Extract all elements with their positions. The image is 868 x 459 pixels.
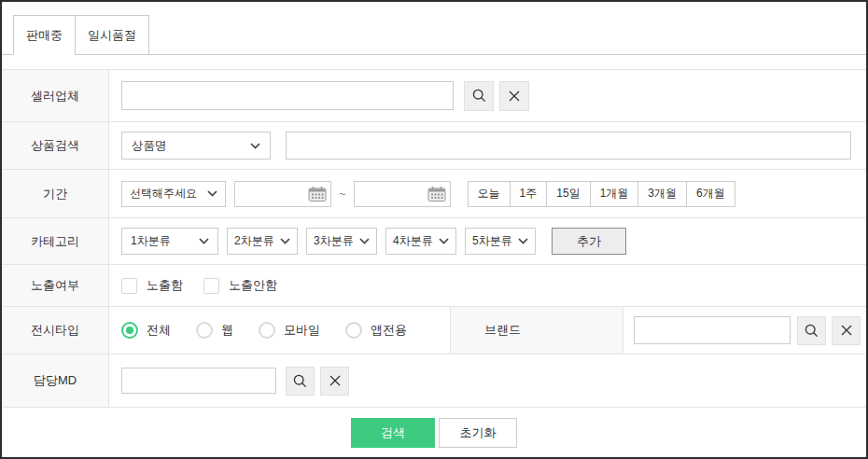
period-preset-select-value: 선택해주세요 — [130, 186, 197, 202]
display-type-web-label: 웹 — [221, 322, 233, 339]
category-level-1-value: 1차분류 — [131, 233, 171, 249]
display-type-web-radio[interactable] — [196, 322, 213, 339]
product-type-select[interactable]: 상품명 — [121, 132, 271, 160]
category-level-1-select[interactable]: 1차분류 — [121, 228, 218, 255]
product-row-label: 상품검색 — [2, 122, 109, 169]
md-row-label: 담당MD — [2, 355, 109, 407]
brand-clear-button[interactable] — [832, 316, 861, 345]
product-type-select-value: 상품명 — [132, 138, 167, 154]
display-type-all-radio[interactable] — [121, 322, 138, 339]
chevron-down-icon — [280, 238, 290, 244]
display-type-all-option[interactable]: 전체 — [121, 322, 171, 339]
form-row-md: 담당MD — [2, 355, 866, 408]
brand-search-button[interactable] — [797, 316, 826, 345]
close-icon — [840, 324, 853, 337]
search-icon — [804, 323, 819, 339]
quick-period-15days-button[interactable]: 15일 — [546, 181, 590, 207]
md-search-button[interactable] — [286, 367, 315, 396]
calendar-icon[interactable] — [308, 186, 327, 202]
md-clear-button[interactable] — [320, 367, 349, 396]
exposure-visible-label: 노출함 — [147, 277, 183, 294]
chevron-down-icon — [359, 238, 370, 244]
product-keyword-input[interactable] — [286, 132, 851, 160]
form-row-seller: 셀러업체 — [2, 70, 866, 122]
period-end-input[interactable] — [360, 188, 427, 201]
search-icon — [292, 373, 308, 389]
quick-period-today-button[interactable]: 오늘 — [468, 181, 511, 207]
form-row-exposure: 노출여부 노출함 노출안함 — [2, 265, 866, 307]
seller-search-button[interactable] — [464, 81, 494, 111]
display-type-mobile-label: 모바일 — [284, 322, 320, 339]
period-preset-select[interactable]: 선택해주세요 — [121, 181, 226, 207]
display-type-row-label: 전시타입 — [2, 307, 109, 354]
display-type-mobile-radio[interactable] — [259, 322, 275, 339]
quick-period-1month-button[interactable]: 1개월 — [590, 181, 639, 207]
md-input[interactable] — [121, 368, 276, 394]
tab-on-sale[interactable]: 판매중 — [13, 15, 76, 55]
brand-label: 브랜드 — [484, 322, 521, 339]
display-type-app-option[interactable]: 앱전용 — [345, 322, 407, 339]
display-type-app-radio[interactable] — [345, 322, 362, 339]
category-row-label: 카테고리 — [2, 218, 109, 264]
action-bar: 검색 초기화 — [2, 408, 866, 458]
exposure-visible-checkbox[interactable] — [121, 278, 137, 294]
close-icon — [329, 374, 342, 387]
chevron-down-icon — [518, 238, 528, 244]
exposure-hidden-checkbox[interactable] — [203, 278, 219, 294]
brand-label-cell: 브랜드 — [450, 307, 623, 354]
display-type-radio-group: 전체 웹 모바일 앱전용 — [109, 322, 450, 339]
form-row-product: 상품검색 상품명 — [2, 122, 866, 170]
period-start-input[interactable] — [241, 188, 308, 201]
exposure-row-label: 노출여부 — [2, 265, 109, 306]
search-filter-panel: 판매중 일시품절 셀러업체 — [0, 0, 868, 459]
category-add-button[interactable]: 추가 — [552, 228, 626, 255]
category-level-3-value: 3차분류 — [314, 233, 354, 249]
form-row-period: 기간 선택해주세요 ~ — [2, 170, 866, 218]
exposure-hidden-label: 노출안함 — [229, 277, 277, 294]
period-end-field — [354, 181, 451, 207]
calendar-icon[interactable] — [427, 186, 446, 202]
quick-period-3months-button[interactable]: 3개월 — [637, 181, 687, 207]
form-row-display-type: 전시타입 전체 웹 모바일 — [2, 307, 866, 355]
category-level-5-value: 5차분류 — [472, 233, 512, 249]
quick-period-group: 오늘 1주 15일 1개월 3개월 6개월 — [468, 181, 735, 207]
form-row-category: 카테고리 1차분류 2차분류 3차분류 4차분류 — [2, 218, 866, 265]
tab-sold-out-label: 일시품절 — [88, 27, 136, 44]
chevron-down-icon — [207, 190, 217, 197]
display-type-app-label: 앱전용 — [371, 322, 407, 339]
seller-row-label: 셀러업체 — [2, 70, 109, 121]
quick-period-1week-button[interactable]: 1주 — [510, 181, 548, 207]
tab-bar: 판매중 일시품절 — [2, 2, 866, 55]
category-level-2-value: 2차분류 — [234, 233, 274, 249]
quick-period-6months-button[interactable]: 6개월 — [686, 181, 735, 207]
tab-on-sale-label: 판매중 — [26, 27, 63, 44]
seller-clear-button[interactable] — [499, 81, 529, 111]
tab-sold-out[interactable]: 일시품절 — [75, 15, 149, 55]
display-type-web-option[interactable]: 웹 — [196, 322, 233, 339]
category-level-3-select[interactable]: 3차분류 — [306, 228, 377, 255]
search-button[interactable]: 검색 — [351, 418, 435, 448]
brand-input[interactable] — [634, 316, 791, 344]
close-icon — [508, 90, 521, 103]
display-type-all-label: 전체 — [147, 322, 171, 339]
period-start-field — [234, 181, 331, 207]
category-level-4-select[interactable]: 4차분류 — [385, 228, 456, 255]
chevron-down-icon — [439, 238, 449, 244]
chevron-down-icon — [250, 143, 260, 149]
category-level-5-select[interactable]: 5차분류 — [465, 228, 536, 255]
category-level-4-value: 4차분류 — [393, 233, 433, 249]
chevron-down-icon — [199, 238, 209, 244]
seller-input[interactable] — [121, 81, 454, 110]
search-icon — [471, 88, 487, 104]
period-row-label: 기간 — [2, 170, 109, 217]
reset-button[interactable]: 초기화 — [439, 418, 517, 448]
display-type-mobile-option[interactable]: 모바일 — [259, 322, 320, 339]
date-range-separator: ~ — [339, 187, 346, 201]
category-level-2-select[interactable]: 2차분류 — [227, 228, 298, 255]
search-form: 셀러업체 상품검색 상품명 — [2, 69, 866, 408]
